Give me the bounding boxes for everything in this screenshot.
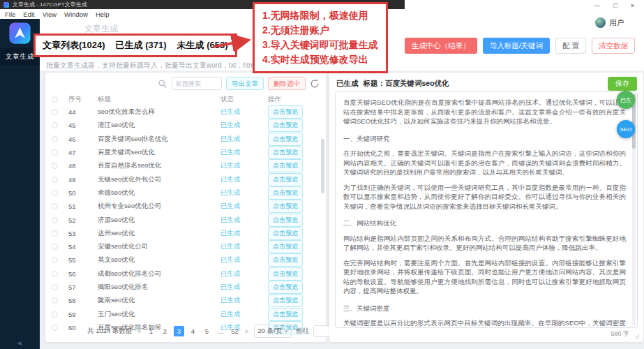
row-checkbox[interactable] — [52, 203, 58, 209]
preview-button[interactable]: 点击预览 — [268, 119, 303, 132]
page-button[interactable]: 4 — [188, 326, 198, 336]
preview-button[interactable]: 点击预览 — [268, 240, 303, 253]
menu-item[interactable]: Window — [64, 10, 88, 18]
table-row[interactable]: 44 seo优化效果怎么样 已生成 点击预览 — [49, 105, 322, 119]
export-articles-button[interactable]: 导出文章 — [226, 77, 264, 90]
row-status: 已生成 — [220, 175, 268, 184]
clear-data-button[interactable]: 清空数据 — [592, 38, 635, 54]
row-checkbox[interactable] — [52, 325, 58, 331]
row-status: 已生成 — [220, 310, 268, 319]
row-checkbox[interactable] — [52, 136, 58, 142]
float-generated-button[interactable]: 已生 — [617, 91, 635, 109]
row-checkbox[interactable] — [52, 122, 58, 128]
preview-button[interactable]: 点击预览 — [268, 253, 303, 267]
row-status: 已生成 — [220, 202, 268, 211]
page-button[interactable]: ... — [216, 326, 226, 336]
table-row[interactable]: 49 无锡seo优化外包公司 已生成 点击预览 — [49, 172, 322, 186]
row-checkbox[interactable] — [52, 149, 58, 156]
row-status: 已生成 — [220, 283, 268, 292]
table-row[interactable]: 50 承德seo优化 已生成 点击预览 — [49, 186, 322, 200]
prev-page-button[interactable]: < — [136, 327, 142, 335]
import-titles-button[interactable]: 导入标题/关键词 — [483, 38, 550, 54]
resize-handle-icon[interactable] — [634, 333, 640, 339]
menu-item[interactable]: File — [5, 10, 15, 18]
preview-button[interactable]: 点击预览 — [268, 294, 303, 307]
row-checkbox[interactable] — [52, 311, 58, 318]
select-all-checkbox[interactable] — [52, 96, 58, 103]
article-paragraph: 为了找到正确的关键词，可以使用一些关键词研究工具，其中百度指数是最常用的一种。百… — [343, 183, 626, 211]
generate-center-button[interactable]: 生成中心（结果） — [405, 38, 477, 54]
preview-button[interactable]: 点击预览 — [268, 200, 303, 213]
menu-item[interactable]: Help — [96, 10, 110, 18]
table-row[interactable]: 54 安徽seo优化公司 已生成 点击预览 — [49, 240, 322, 253]
table-row[interactable]: 46 百度关键词seo排名优化 已生成 点击预览 — [49, 133, 322, 146]
preview-button[interactable]: 点击预览 — [268, 281, 303, 294]
menu-item[interactable]: Edit — [23, 10, 34, 18]
table-row[interactable]: 45 潜江seo优化 已生成 点击预览 — [49, 119, 322, 132]
row-number: 47 — [68, 149, 98, 156]
save-button[interactable]: 保存 — [608, 77, 637, 91]
refresh-icon[interactable] — [310, 79, 320, 89]
preview-button[interactable]: 点击预览 — [268, 186, 303, 200]
row-number: 56 — [68, 270, 98, 278]
page-size-select[interactable]: 20 条/页 ▾ — [254, 325, 292, 338]
row-title: seo优化效果怎么样 — [98, 107, 220, 117]
article-paragraph: 在完善网站结构时，需要注意两个方面。首先是网站内部链接的设置。内部链接能够让搜索… — [343, 258, 626, 296]
table-row[interactable]: 56 成都seo优化排名公司 已生成 点击预览 — [49, 267, 322, 281]
page-button[interactable]: 2 — [160, 326, 170, 336]
float-seo-button[interactable]: SEO — [617, 120, 635, 138]
page-button[interactable]: 5 — [202, 326, 212, 336]
title-search-input[interactable] — [172, 77, 222, 90]
row-checkbox[interactable] — [52, 230, 58, 237]
delete-selected-button[interactable]: 删除选中 — [268, 77, 306, 90]
article-textarea[interactable]: 百度关键词SEO优化指的是在百度搜索引擎中提高网站排名的技术。通过优化关键词，可… — [335, 91, 638, 328]
row-checkbox[interactable] — [52, 217, 58, 223]
row-checkbox[interactable] — [52, 244, 58, 250]
preview-button[interactable]: 点击预览 — [268, 146, 303, 159]
preview-button[interactable]: 点击预览 — [268, 105, 303, 119]
row-title: 百度关键词seo优化 — [98, 148, 220, 157]
row-checkbox[interactable] — [52, 257, 58, 263]
table-row[interactable]: 47 百度关键词seo优化 已生成 点击预览 — [49, 146, 322, 159]
user-chip[interactable]: 用户 — [595, 17, 624, 28]
row-checkbox[interactable] — [52, 284, 58, 290]
table-row[interactable]: 58 陇南seo优化 已生成 点击预览 — [49, 294, 322, 307]
maximize-button[interactable]: □ — [613, 3, 617, 9]
table-row[interactable]: 48 百度自然排名seo优化 已生成 点击预览 — [49, 159, 322, 172]
table-row[interactable]: 59 玉门seo优化 已生成 点击预览 — [49, 307, 322, 320]
row-checkbox[interactable] — [52, 163, 58, 169]
row-checkbox[interactable] — [52, 297, 58, 304]
row-status: 已生成 — [220, 107, 268, 117]
row-checkbox[interactable] — [52, 190, 58, 196]
preview-button[interactable]: 点击预览 — [268, 227, 303, 240]
row-checkbox[interactable] — [52, 271, 58, 277]
preview-button[interactable]: 点击预览 — [268, 159, 303, 172]
preview-button[interactable]: 点击预览 — [268, 308, 303, 321]
page-button[interactable]: 52 — [230, 326, 240, 336]
menu-item[interactable]: View — [43, 10, 57, 18]
article-list-panel: 导出文章 删除选中 序号 标题 状态 操作 44 — [45, 73, 326, 342]
row-checkbox[interactable] — [52, 177, 58, 183]
word-count: 580 字 — [611, 329, 629, 339]
table-row[interactable]: 55 英文seo优化 已生成 点击预览 — [49, 253, 322, 267]
annotation-line: 3.导入关键词即可批量生成 — [262, 38, 378, 52]
page-button[interactable]: 1 — [146, 326, 156, 336]
preview-button[interactable]: 点击预览 — [268, 173, 303, 186]
row-checkbox[interactable] — [52, 109, 58, 115]
close-button[interactable]: × — [631, 3, 634, 9]
window-controls: — □ × — [594, 3, 634, 9]
page-button[interactable]: 3 — [174, 326, 184, 336]
table-row[interactable]: 57 揭阳seo优化排名 已生成 点击预览 — [49, 281, 322, 294]
table-row[interactable]: 51 杭州专业seo优化公司 已生成 点击预览 — [49, 200, 322, 213]
preview-button[interactable]: 点击预览 — [268, 133, 303, 146]
preview-button[interactable]: 点击预览 — [268, 214, 303, 227]
table-row[interactable]: 52 济源seo优化 已生成 点击预览 — [49, 213, 322, 226]
sidebar-collapse-icon[interactable]: « — [0, 339, 40, 347]
row-title: 成都seo优化排名公司 — [98, 269, 220, 279]
preview-button[interactable]: 点击预览 — [268, 267, 303, 281]
config-button[interactable]: 配 置 — [555, 38, 586, 54]
list-scrollbar-thumb[interactable] — [321, 139, 324, 193]
table-row[interactable]: 53 达州seo优化 已生成 点击预览 — [49, 227, 322, 240]
minimize-button[interactable]: — — [594, 3, 600, 9]
next-page-button[interactable]: > — [244, 327, 250, 335]
